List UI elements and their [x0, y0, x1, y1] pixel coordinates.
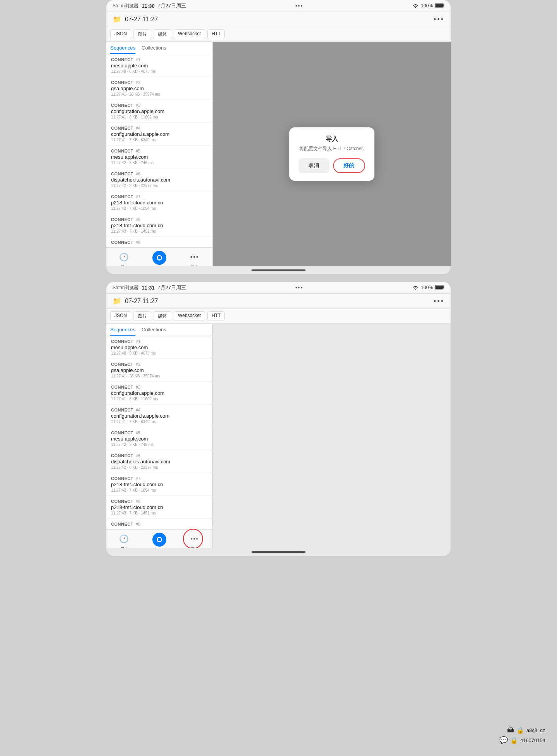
ipad-frame-1: Safari浏览器 11:30 7月27日周三 ••• 100% 📁 07-27…	[106, 0, 451, 274]
status-bar-1: Safari浏览器 11:30 7月27日周三 ••• 100%	[106, 0, 451, 12]
battery-label-2: 100%	[421, 285, 433, 290]
svg-rect-2	[436, 4, 443, 7]
filter-ws-1[interactable]: Websocket	[174, 29, 205, 39]
filter-media-2[interactable]: 媒体	[154, 311, 171, 321]
item-num: #9	[136, 240, 140, 245]
filter-img-1[interactable]: 图片	[133, 29, 151, 39]
list-item[interactable]: CONNECT #3 configuration.apple.com 11:27…	[106, 100, 212, 123]
title-dots-2[interactable]: •••	[434, 297, 444, 305]
list-item[interactable]: CONNECT #6 dispatcher.is.autonavi.com 11…	[106, 168, 212, 191]
title-dots-1[interactable]: •••	[434, 15, 444, 24]
item-domain: mesu.apple.com	[111, 436, 208, 442]
right-pane-1: 导入 将配置文件导入 HTTP Catcher. 取消 好的	[213, 42, 451, 266]
wifi-icon-1	[412, 3, 419, 9]
watermark: 🏔 🔒 a8c8. cn 💬 🔒 416070154	[499, 726, 545, 744]
svg-rect-7	[436, 286, 443, 289]
item-domain: configuration.apple.com	[111, 390, 208, 396]
item-num: #4	[136, 126, 140, 130]
item-num: #5	[136, 430, 140, 435]
item-domain: p218-fmf.icloud.com.cn	[111, 482, 208, 487]
more-btn-2[interactable]: ••• 更多	[183, 532, 206, 548]
record-label-2: ●REC	[154, 547, 164, 549]
mountain-icon: 🏔	[507, 726, 514, 734]
history-btn-2[interactable]: 🕐 历史	[113, 532, 136, 548]
more-btn-1[interactable]: ••• 更多	[183, 250, 206, 266]
item-num: #9	[136, 522, 140, 526]
filter-json-1[interactable]: JSON	[110, 29, 131, 39]
home-bar-1	[106, 266, 451, 274]
list-item[interactable]: CONNECT #1 mesu.apple.com 11:27:40 · 6 K…	[106, 54, 212, 77]
main-content-1: Sequences Collections CONNECT #1 mesu.ap…	[106, 42, 451, 266]
item-num: #8	[136, 217, 140, 222]
sidebar-1: Sequences Collections CONNECT #1 mesu.ap…	[106, 42, 213, 266]
list-item[interactable]: CONNECT #3 configuration.apple.com 11:27…	[106, 382, 212, 405]
watermark-row-2: 💬 🔒 416070154	[499, 736, 545, 744]
filter-media-1[interactable]: 媒体	[154, 29, 171, 39]
list-item[interactable]: CONNECT #1 mesu.apple.com 11:27:40 · 5 K…	[106, 336, 212, 359]
folder-icon-2: 📁	[113, 297, 121, 305]
item-num: #1	[136, 339, 140, 344]
item-method: CONNECT	[111, 240, 133, 245]
tab-sequences-1[interactable]: Sequences	[110, 45, 135, 54]
watermark-text-1: a8c8. cn	[526, 727, 545, 733]
record-btn-2[interactable]: ●REC	[148, 533, 171, 549]
list-item[interactable]: CONNECT #8 p218-fmf.icloud.com.cn 11:27:…	[106, 214, 212, 237]
item-domain: p218-fmf.icloud.com.cn	[111, 504, 208, 510]
list-item[interactable]: CONNECT #9	[106, 519, 212, 529]
item-num: #1	[136, 57, 140, 62]
list-item[interactable]: CONNECT #2 gsa.apple.com 11:27:41 · 28 K…	[106, 77, 212, 100]
folder-icon-1: 📁	[113, 15, 121, 24]
record-btn-1[interactable]: ●REC	[148, 251, 171, 267]
modal-overlay-1[interactable]: 导入 将配置文件导入 HTTP Catcher. 取消 好的	[213, 42, 451, 266]
item-domain: mesu.apple.com	[111, 154, 208, 160]
list-item[interactable]: CONNECT #9	[106, 237, 212, 247]
svg-rect-1	[443, 4, 444, 6]
modal-actions-1: 取消 好的	[299, 158, 365, 173]
home-bar-line-1	[251, 269, 306, 271]
filter-tabs-1: JSON 图片 媒体 Websocket HTT	[106, 27, 451, 42]
item-domain: mesu.apple.com	[111, 63, 208, 69]
modal-confirm-btn[interactable]: 好的	[333, 158, 365, 173]
item-method: CONNECT	[111, 217, 133, 222]
battery-icon-2	[435, 285, 444, 291]
item-domain: p218-fmf.icloud.com.cn	[111, 200, 208, 206]
modal-cancel-btn[interactable]: 取消	[299, 158, 329, 173]
watermark-row-1: 🏔 🔒 a8c8. cn	[507, 726, 545, 734]
filter-img-2[interactable]: 图片	[133, 311, 151, 321]
item-num: #6	[136, 453, 140, 458]
list-item[interactable]: CONNECT #5 mesu.apple.com 11:27:42 · 5 K…	[106, 427, 212, 450]
item-num: #3	[136, 385, 140, 389]
filter-json-2[interactable]: JSON	[110, 311, 131, 321]
item-meta: 11:27:41 · 28 KB · 35974 ms	[111, 374, 208, 378]
filter-htt-1[interactable]: HTT	[207, 29, 225, 39]
modal-title-1: 导入	[299, 135, 365, 143]
list-item[interactable]: CONNECT #2 gsa.apple.com 11:27:41 · 28 K…	[106, 359, 212, 382]
item-method: CONNECT	[111, 194, 133, 199]
list-item[interactable]: CONNECT #4 configuration.ls.apple.com 11…	[106, 123, 212, 146]
item-num: #3	[136, 103, 140, 108]
list-item[interactable]: CONNECT #6 dispatcher.is.autonavi.com 11…	[106, 450, 212, 473]
list-item[interactable]: CONNECT #7 p218-fmf.icloud.com.cn 11:27:…	[106, 191, 212, 214]
list-item[interactable]: CONNECT #5 mesu.apple.com 11:27:42 · 5 K…	[106, 146, 212, 168]
filter-htt-2[interactable]: HTT	[207, 311, 225, 321]
tab-sequences-2[interactable]: Sequences	[110, 327, 135, 336]
session-title-1: 07-27 11:27	[125, 16, 158, 23]
item-meta: 11:27:42 · 7 KB · 1054 ms	[111, 206, 208, 211]
more-icon-2: •••	[188, 532, 202, 546]
item-num: #6	[136, 171, 140, 176]
item-method: CONNECT	[111, 126, 133, 130]
list-item[interactable]: CONNECT #8 p218-fmf.icloud.com.cn 11:27:…	[106, 496, 212, 519]
item-domain: dispatcher.is.autonavi.com	[111, 459, 208, 465]
session-title-2: 07-27 11:27	[125, 298, 158, 305]
list-item[interactable]: CONNECT #4 configuration.ls.apple.com 11…	[106, 405, 212, 427]
history-btn-1[interactable]: 🕐 历史	[113, 250, 136, 266]
tab-collections-2[interactable]: Collections	[142, 327, 166, 336]
filter-ws-2[interactable]: Websocket	[174, 311, 205, 321]
item-meta: 11:27:41 · 7 KB · 6340 ms	[111, 138, 208, 142]
list-item[interactable]: CONNECT #7 p218-fmf.icloud.com.cn 11:27:…	[106, 473, 212, 496]
tab-collections-1[interactable]: Collections	[142, 45, 166, 54]
title-bar-1: 📁 07-27 11:27 •••	[106, 12, 451, 27]
item-method: CONNECT	[111, 522, 133, 526]
item-domain: dispatcher.is.autonavi.com	[111, 177, 208, 183]
more-icon-1: •••	[188, 250, 202, 264]
